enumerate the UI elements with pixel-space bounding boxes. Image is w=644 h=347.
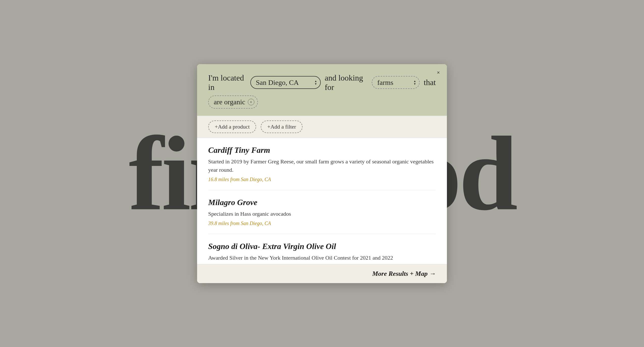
category-select[interactable]: farms markets stores restaurants (372, 76, 420, 89)
filter-tag-label: are organic (214, 98, 245, 106)
location-select-wrapper[interactable]: San Diego, CA Los Angeles, CA San Franci… (250, 76, 321, 89)
result-distance-2: 39.8 miles from San Diego, CA (208, 220, 436, 226)
remove-filter-button[interactable]: × (248, 99, 254, 105)
category-select-wrapper[interactable]: farms markets stores restaurants ▲▼ (372, 76, 420, 89)
results-list: Cardiff Tiny Farm Started in 2019 by Far… (197, 138, 447, 264)
add-filter-button[interactable]: +Add a filter (261, 120, 303, 133)
result-desc-2: Specializes in Hass organic avocados (208, 210, 436, 218)
sentence-line-2: are organic × (208, 95, 436, 109)
search-modal: × I'm located in San Diego, CA Los Angel… (197, 64, 447, 283)
organic-filter-tag: are organic × (208, 95, 258, 109)
close-button[interactable]: × (434, 69, 442, 77)
result-name-1: Cardiff Tiny Farm (208, 145, 436, 155)
sentence-line-1: I'm located in San Diego, CA Los Angeles… (208, 73, 436, 92)
add-product-button[interactable]: +Add a product (208, 120, 256, 133)
more-results-button[interactable]: More Results + Map → (372, 270, 436, 278)
located-in-text: I'm located in (208, 73, 246, 92)
modal-toolbar: +Add a product +Add a filter (197, 116, 447, 138)
that-text: that (424, 78, 436, 87)
result-item-2[interactable]: Milagro Grove Specializes in Hass organi… (208, 190, 436, 234)
result-distance-1: 16.8 miles from San Diego, CA (208, 177, 436, 182)
looking-for-text: and looking for (325, 73, 368, 92)
location-select[interactable]: San Diego, CA Los Angeles, CA San Franci… (250, 76, 321, 89)
result-item-1[interactable]: Cardiff Tiny Farm Started in 2019 by Far… (208, 138, 436, 190)
result-name-3: Sogno di Oliva- Extra Virgin Olive Oil (208, 242, 436, 251)
modal-overlay: × I'm located in San Diego, CA Los Angel… (0, 0, 644, 347)
result-item-3[interactable]: Sogno di Oliva- Extra Virgin Olive Oil A… (208, 234, 436, 264)
result-desc-3: Awarded Silver in the New York Internati… (208, 254, 436, 262)
result-name-2: Milagro Grove (208, 198, 436, 207)
modal-header: × I'm located in San Diego, CA Los Angel… (197, 64, 447, 116)
result-desc-1: Started in 2019 by Farmer Greg Reese, ou… (208, 157, 436, 174)
modal-footer: More Results + Map → (197, 264, 447, 283)
